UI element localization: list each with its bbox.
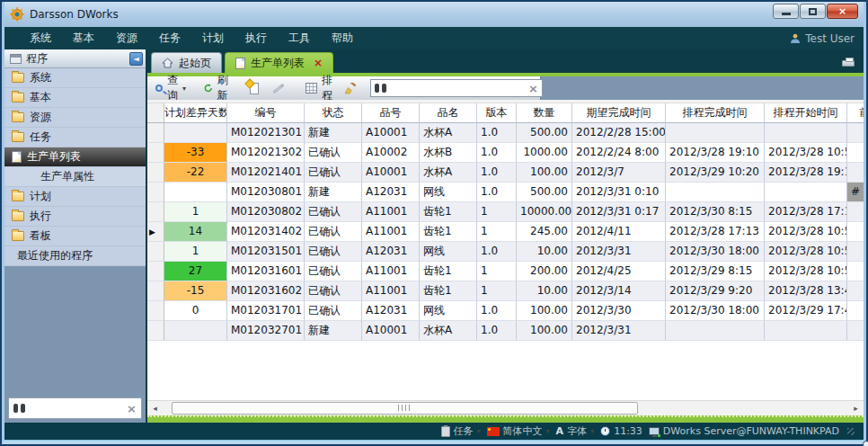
cell-status[interactable]: 新建: [305, 321, 362, 341]
cell-status[interactable]: 已确认: [305, 301, 362, 321]
sidebar-search-input[interactable]: [30, 402, 122, 415]
cell-extra[interactable]: [847, 301, 864, 321]
status-language[interactable]: 简体中文 ▾: [487, 424, 550, 438]
menu-item[interactable]: 系统: [19, 27, 62, 49]
table-row[interactable]: ▶ -15 M012031602 已确认 A11001 齿轮1 1 10.00 …: [147, 281, 864, 301]
column-header[interactable]: 状态: [305, 103, 362, 123]
cell-sched-start[interactable]: 2012/3/29 17:46: [765, 301, 847, 321]
row-selector-cell[interactable]: ▶: [147, 123, 164, 143]
cell-sched-start[interactable]: [765, 123, 847, 143]
cell-sched-start[interactable]: 2012/3/28 10:52: [765, 143, 847, 163]
cell-part-name[interactable]: 齿轮1: [420, 281, 477, 301]
cell-diff-days[interactable]: -33: [164, 143, 227, 163]
table-row[interactable]: ▶ M012021301 新建 A10001 水杯A 1.0 500.00 20…: [147, 123, 864, 143]
menu-item[interactable]: 基本: [62, 27, 105, 49]
menu-item[interactable]: 资源: [105, 27, 148, 49]
resize-grip[interactable]: [847, 428, 855, 435]
sidebar-item[interactable]: 执行: [4, 207, 146, 227]
sidebar-item[interactable]: 资源: [4, 108, 146, 128]
cell-diff-days[interactable]: 1: [164, 202, 227, 222]
cell-order-no[interactable]: M012031402: [227, 222, 305, 242]
cell-due-time[interactable]: 2012/3/7: [572, 163, 666, 183]
sidebar-item[interactable]: 最近使用的程序: [4, 246, 146, 266]
clean-button[interactable]: [340, 81, 359, 96]
cell-due-time[interactable]: 2012/4/11: [572, 222, 666, 242]
cell-extra[interactable]: [847, 281, 864, 301]
cell-status[interactable]: 已确认: [305, 262, 362, 281]
tab-close-icon[interactable]: ×: [314, 57, 323, 69]
cell-status[interactable]: 已确认: [305, 202, 362, 222]
row-selector-cell[interactable]: ▶: [147, 202, 164, 222]
cell-sched-finish[interactable]: 2012/3/28 19:10: [666, 143, 765, 163]
table-row[interactable]: ▶ 0 M012031701 已确认 A12031 网线 1.0 100.00 …: [147, 301, 864, 321]
cell-extra[interactable]: [847, 123, 864, 143]
cell-qty[interactable]: 1000.00: [517, 143, 572, 163]
cell-sched-finish[interactable]: 2012/3/28 17:13: [666, 222, 765, 242]
cell-qty[interactable]: 100.00: [517, 163, 572, 183]
cell-part-no[interactable]: A11001: [362, 281, 420, 301]
cell-due-time[interactable]: 2012/3/30: [572, 301, 666, 321]
cell-diff-days[interactable]: [164, 123, 227, 143]
cell-version[interactable]: 1.0: [477, 143, 517, 163]
sidebar-item[interactable]: 生产单列表: [4, 147, 146, 167]
menu-item[interactable]: 任务: [148, 27, 191, 49]
cell-due-time[interactable]: 2012/3/31 0:10: [572, 183, 666, 202]
cell-order-no[interactable]: M012032701: [227, 321, 305, 341]
cell-order-no[interactable]: M012021302: [227, 143, 305, 163]
table-row[interactable]: ▶ 27 M012031601 已确认 A11001 齿轮1 1 200.00 …: [147, 262, 864, 281]
cell-version[interactable]: 1: [477, 202, 517, 222]
cell-qty[interactable]: 100.00: [517, 301, 572, 321]
cell-sched-start[interactable]: 2012/3/28 13:40: [765, 281, 847, 301]
table-row[interactable]: ▶ 14 M012031402 已确认 A11001 齿轮1 1 245.00 …: [147, 222, 864, 242]
cell-version[interactable]: 1.0: [477, 163, 517, 183]
cell-order-no[interactable]: M012031701: [227, 301, 305, 321]
cell-sched-start[interactable]: 2012/3/28 19:10: [765, 163, 847, 183]
column-header[interactable]: 品名: [420, 103, 477, 123]
cell-part-no[interactable]: A10001: [362, 123, 420, 143]
cell-part-no[interactable]: A10001: [362, 163, 420, 183]
menu-item[interactable]: 帮助: [321, 27, 364, 49]
cell-qty[interactable]: 245.00: [517, 222, 572, 242]
row-selector-cell[interactable]: ▶: [147, 222, 164, 242]
cell-extra[interactable]: [847, 262, 864, 281]
cell-part-no[interactable]: A12031: [362, 183, 420, 202]
cell-part-name[interactable]: 齿轮1: [420, 222, 477, 242]
minimize-button[interactable]: [773, 4, 799, 19]
cell-part-name[interactable]: 水杯A: [420, 123, 477, 143]
cell-part-name[interactable]: 网线: [420, 183, 477, 202]
cell-order-no[interactable]: M012021301: [227, 123, 305, 143]
cell-part-no[interactable]: A12031: [362, 301, 420, 321]
cell-due-time[interactable]: 2012/4/25: [572, 262, 666, 281]
cell-sched-start[interactable]: 2012/3/28 17:13: [765, 202, 847, 222]
new-button[interactable]: [246, 81, 262, 96]
status-font[interactable]: A 字体 ▾: [556, 424, 595, 438]
cell-status[interactable]: 已确认: [305, 222, 362, 242]
user-badge[interactable]: Test User: [790, 32, 855, 45]
cell-part-no[interactable]: A12031: [362, 242, 420, 262]
cell-extra[interactable]: [847, 163, 864, 183]
column-header[interactable]: 计划差异天数: [164, 103, 227, 123]
cell-part-name[interactable]: 齿轮1: [420, 262, 477, 281]
cell-due-time[interactable]: 2012/3/31 0:17: [572, 202, 666, 222]
chevron-down-icon[interactable]: ▾: [182, 85, 186, 93]
row-selector-cell[interactable]: ▶: [147, 301, 164, 321]
cell-diff-days[interactable]: 14: [164, 222, 227, 242]
cell-status[interactable]: 已确认: [305, 143, 362, 163]
cell-part-no[interactable]: A11001: [362, 222, 420, 242]
edit-button[interactable]: [266, 85, 291, 92]
cell-extra[interactable]: [847, 202, 864, 222]
row-selector-cell[interactable]: ▶: [147, 143, 164, 163]
scroll-thumb[interactable]: [172, 402, 638, 415]
clear-search-icon[interactable]: ×: [528, 83, 538, 94]
cell-qty[interactable]: 100.00: [517, 321, 572, 341]
cell-version[interactable]: 1.0: [477, 242, 517, 262]
table-row[interactable]: ▶ 1 M012031501 已确认 A12031 网线 1.0 10.00 2…: [147, 242, 864, 262]
cell-sched-finish[interactable]: 2012/3/30 8:15: [666, 202, 765, 222]
cell-qty[interactable]: 10.00: [517, 242, 572, 262]
cell-version[interactable]: 1.0: [477, 321, 517, 341]
cell-diff-days[interactable]: 1: [164, 242, 227, 262]
cell-order-no[interactable]: M012031501: [227, 242, 305, 262]
cell-extra[interactable]: [847, 242, 864, 262]
table-row[interactable]: ▶ M012030801 新建 A12031 网线 1.0 500.00 201…: [147, 183, 864, 202]
cell-part-name[interactable]: 网线: [420, 242, 477, 262]
